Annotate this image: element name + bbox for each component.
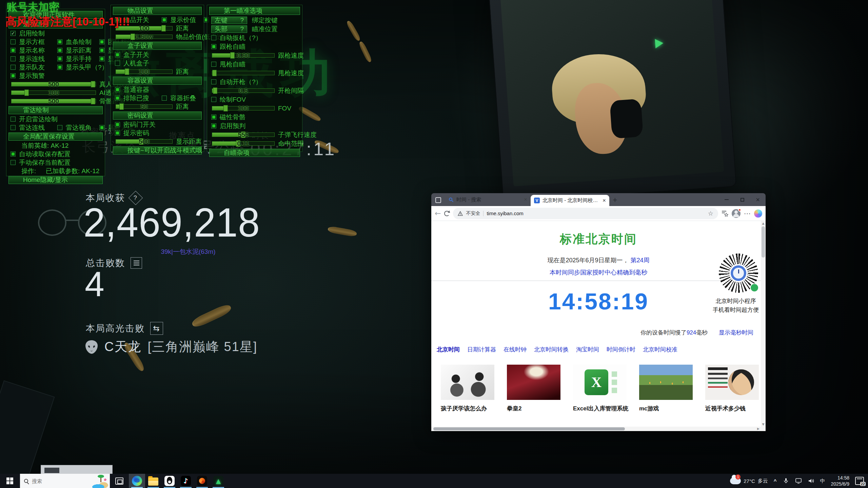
menu-checkbox[interactable]: 自动读取保存配置 [11, 150, 71, 159]
thumbnail-image[interactable] [507, 365, 560, 400]
weather-widget[interactable]: 1 27°C 多云 [730, 477, 768, 484]
taskbar-app-delta[interactable]: ▲ [210, 474, 226, 488]
slider-track[interactable]: 100 [116, 69, 173, 74]
thumbnail-image[interactable] [573, 365, 627, 400]
page-nav-link[interactable]: 北京时间校准 [643, 346, 677, 353]
slider-track[interactable]: 1.50w [116, 35, 173, 39]
swap-icon[interactable]: ⇆ [150, 322, 163, 335]
taskbar-app-qq[interactable] [161, 474, 178, 488]
menu-section-header[interactable]: 全局配置保存设置 [8, 133, 103, 141]
menu-section-header[interactable]: 密码设置 [113, 111, 202, 120]
copilot-icon[interactable] [754, 209, 762, 218]
slider-track[interactable]: 0.5 [212, 88, 275, 93]
menu-section-header[interactable]: 自瞄杂项 [209, 149, 300, 157]
taskbar-clock[interactable]: 14:58 2025/6/9 [831, 475, 850, 487]
menu-checkbox[interactable]: 绘制FOV [211, 95, 257, 104]
page-nav-link[interactable]: 日期计算器 [467, 346, 496, 353]
ime-indicator[interactable]: 中 [820, 478, 825, 484]
menu-checkbox[interactable]: 开启雷达绘制 [11, 115, 58, 124]
menu-checkbox[interactable]: 启用预判 [211, 122, 257, 130]
taskbar-search-box[interactable] [20, 474, 110, 488]
menu-checkbox[interactable]: 显示名称 [11, 46, 56, 55]
menu-checkbox[interactable]: 手动保存当前配置 [11, 158, 71, 167]
menu-checkbox[interactable]: 显示连线 [11, 55, 56, 63]
menu-section-header[interactable]: 第一瞄准选项 [209, 7, 300, 15]
collections-icon[interactable] [722, 210, 728, 217]
slider-track[interactable]: 100 [11, 90, 96, 95]
menu-checkbox[interactable]: 自动开枪（?） [211, 78, 262, 86]
slider-track[interactable]: 500 [11, 82, 96, 86]
slider-track[interactable]: 100 [212, 106, 275, 110]
keybind-button[interactable]: 左键? [211, 17, 247, 24]
scroll-down-icon[interactable]: ▼ [761, 423, 766, 426]
menu-section-header[interactable]: Home隐藏/显示 [8, 176, 103, 184]
menu-checkbox[interactable]: 盒子开关 [115, 50, 160, 59]
thumbnail-image[interactable] [705, 365, 759, 400]
page-nav-link[interactable]: 时间倒计时 [607, 346, 635, 353]
menu-checkbox[interactable]: 甩枪自瞄 [211, 60, 257, 69]
menu-section-header[interactable]: 雷达绘制 [8, 106, 103, 114]
slider-track[interactable]: 0.90 [212, 53, 275, 58]
slider-track[interactable]: 500 [116, 139, 173, 144]
tab-close-icon[interactable]: × [603, 197, 606, 204]
slider-track[interactable]: 50 [116, 104, 173, 109]
scroll-up-icon[interactable]: ▲ [761, 222, 766, 225]
tab-beijing-time[interactable]: V 北京时间 - 北京时间校准精确到毫 × [531, 195, 609, 206]
menu-section-header[interactable]: 按键~可以开启战斗模式哦 [113, 146, 202, 155]
menu-checkbox[interactable]: 显示价值 [162, 16, 202, 24]
result-card[interactable]: 拳皇2 [507, 365, 560, 412]
start-button[interactable] [0, 474, 20, 488]
hidden-icons-chevron[interactable]: ^ [774, 478, 777, 484]
kill-list-icon[interactable] [131, 257, 142, 269]
speaker-icon[interactable] [808, 478, 814, 484]
slider-track[interactable]: 500 [11, 99, 96, 103]
taskbar-app-edge[interactable] [129, 474, 145, 488]
menu-checkbox[interactable]: 启用绘制 [11, 29, 56, 38]
profile-avatar[interactable] [732, 209, 741, 218]
browser-menu-icon[interactable]: ⋯ [744, 209, 751, 218]
menu-checkbox[interactable]: 密码门开关 [115, 120, 160, 129]
slider-knob[interactable] [212, 70, 217, 76]
menu-checkbox[interactable]: 雷达连线 [11, 123, 56, 132]
menu-section-header[interactable]: 物品设置 [113, 7, 202, 15]
menu-checkbox[interactable]: 血条绘制 [57, 38, 98, 46]
menu-checkbox[interactable]: 跟枪自瞄 [211, 42, 257, 51]
back-icon[interactable]: ← [435, 209, 441, 218]
menu-checkbox[interactable]: 普通容器 [115, 85, 160, 94]
thumbnail-image[interactable] [639, 365, 693, 400]
microphone-icon[interactable] [783, 478, 789, 484]
workspaces-icon[interactable] [435, 197, 441, 203]
scrollbar-thumb[interactable] [433, 427, 625, 430]
menu-checkbox[interactable]: 雷达视角 [57, 123, 98, 132]
slider-track[interactable] [212, 71, 275, 75]
result-card[interactable]: mc游戏 [639, 365, 693, 412]
menu-checkbox[interactable]: 显示手持 [57, 55, 98, 63]
taskbar-app-game[interactable] [194, 474, 210, 488]
action-center-icon[interactable]: 22 [855, 477, 864, 485]
taskbar-app-explorer[interactable] [145, 474, 161, 488]
address-bar[interactable]: 不安全 time.syiban.com ☆ [453, 208, 718, 219]
menu-checkbox[interactable]: 显示队友 [11, 63, 56, 72]
menu-checkbox[interactable]: 提示密码 [115, 129, 160, 138]
sync-link[interactable]: 本时间同步国家授时中心精确到毫秒 [431, 268, 766, 277]
result-card[interactable]: 孩子厌学该怎么办 [441, 365, 494, 412]
show-ms-link[interactable]: 显示毫秒时间 [719, 329, 753, 336]
taskbar-app-tiktok[interactable]: ♪ [178, 474, 194, 488]
menu-checkbox[interactable]: 排除已搜 [115, 94, 160, 103]
tab-search[interactable]: 时间 - 搜索 × [445, 193, 531, 206]
keybind-button[interactable]: 头部? [211, 25, 247, 33]
maximize-button[interactable] [734, 193, 750, 206]
close-button[interactable]: × [750, 193, 766, 206]
page-nav-link[interactable]: 北京时间转换 [534, 346, 569, 353]
week-link[interactable]: 第24周 [631, 257, 650, 264]
tab-close-icon[interactable]: × [524, 196, 527, 203]
task-view-button[interactable] [115, 477, 123, 485]
minimize-button[interactable] [719, 193, 734, 206]
favorite-star-icon[interactable]: ☆ [708, 210, 713, 217]
search-input[interactable] [31, 478, 75, 484]
page-nav-link[interactable]: 淘宝时间 [576, 346, 599, 353]
vertical-scrollbar[interactable]: ▲ ▼ [761, 221, 766, 427]
scroll-right-icon[interactable]: ▶ [757, 427, 760, 430]
menu-checkbox[interactable]: 磁性骨骼 [211, 113, 257, 122]
new-tab-button[interactable]: + [613, 196, 617, 205]
